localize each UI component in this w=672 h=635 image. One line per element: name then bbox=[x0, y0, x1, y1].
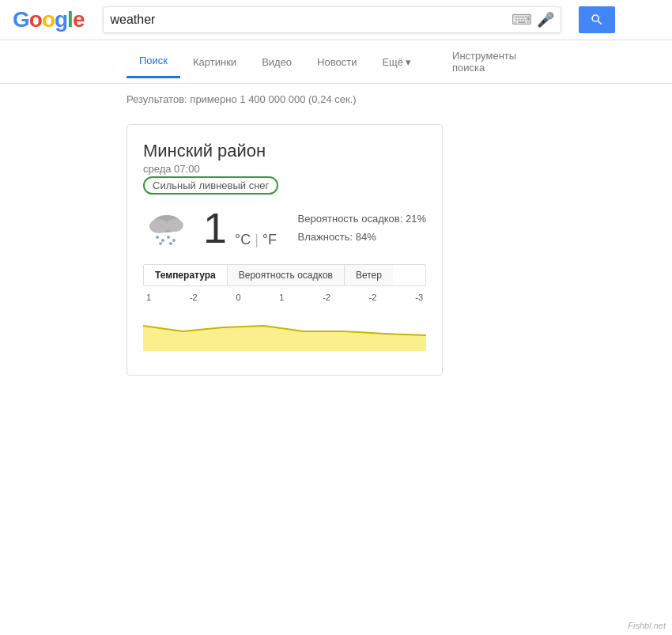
weather-condition: Сильный ливневый снег bbox=[143, 176, 278, 195]
temperature-chart bbox=[143, 304, 426, 359]
nav-more[interactable]: Ещё ▾ bbox=[369, 47, 424, 77]
temperature-display: 1 °C | °F bbox=[203, 206, 277, 249]
temp-separator: | bbox=[255, 232, 262, 248]
weather-datetime: среда 07:00 bbox=[143, 163, 426, 175]
chart-label-4: -2 bbox=[323, 293, 330, 302]
precipitation-info: Вероятность осадков: 21% bbox=[298, 210, 426, 228]
chart-svg bbox=[143, 304, 426, 351]
chart-tab-temperature[interactable]: Температура bbox=[144, 265, 228, 285]
chart-label-2: 0 bbox=[236, 293, 240, 302]
chart-tab-wind[interactable]: Ветер bbox=[345, 265, 393, 285]
temp-fahrenheit[interactable]: °F bbox=[262, 232, 277, 248]
chart-label-5: -2 bbox=[369, 293, 377, 302]
chart-label-1: -2 bbox=[190, 293, 198, 302]
precipitation-value: 21% bbox=[406, 213, 426, 225]
chart-label-6: -3 bbox=[415, 293, 423, 302]
svg-marker-9 bbox=[143, 326, 426, 351]
search-button[interactable] bbox=[579, 6, 615, 33]
temperature-value: 1 bbox=[203, 204, 227, 251]
search-icon bbox=[590, 13, 604, 27]
chevron-down-icon: ▾ bbox=[406, 56, 411, 68]
keyboard-icon: ⌨ bbox=[512, 11, 532, 28]
weather-location: Минский район bbox=[143, 141, 426, 161]
mic-icon[interactable]: 🎤 bbox=[537, 11, 554, 28]
humidity-value: 84% bbox=[356, 231, 376, 243]
header: Google ⌨ 🎤 bbox=[0, 0, 672, 40]
svg-point-5 bbox=[167, 236, 170, 239]
chart-tab-precipitation[interactable]: Вероятность осадков bbox=[228, 265, 345, 285]
watermark: Fishbl.net bbox=[628, 621, 666, 630]
temp-units: °C | °F bbox=[235, 232, 277, 248]
tab-images[interactable]: Картинки bbox=[180, 47, 249, 77]
tab-news[interactable]: Новости bbox=[304, 47, 369, 77]
chart-label-3: 1 bbox=[279, 293, 284, 302]
results-info: Результатов: примерно 1 400 000 000 (0,2… bbox=[0, 87, 672, 112]
svg-point-2 bbox=[166, 219, 183, 232]
weather-main: 1 °C | °F Вероятность осадков: 21% Влажн… bbox=[143, 204, 426, 251]
chart-tabs: Температура Вероятность осадков Ветер bbox=[143, 264, 426, 286]
nav-tabs: Поиск Картинки Видео Новости Ещё ▾ Инстр… bbox=[0, 40, 672, 84]
temp-celsius[interactable]: °C bbox=[235, 232, 251, 248]
humidity-label: Влажность: bbox=[298, 231, 353, 243]
google-logo[interactable]: Google bbox=[13, 7, 84, 32]
svg-point-8 bbox=[169, 242, 172, 245]
chart-label-0: 1 bbox=[146, 293, 151, 302]
tab-search[interactable]: Поиск bbox=[126, 45, 180, 78]
svg-point-1 bbox=[149, 219, 168, 233]
weather-card: Минский район среда 07:00 Сильный ливнев… bbox=[126, 124, 443, 376]
search-bar: ⌨ 🎤 bbox=[103, 6, 561, 33]
svg-point-3 bbox=[156, 236, 159, 239]
precipitation-label: Вероятность осадков: bbox=[298, 213, 403, 225]
nav-more-label: Ещё bbox=[382, 56, 403, 68]
weather-icon bbox=[143, 204, 191, 251]
weather-details: Вероятность осадков: 21% Влажность: 84% bbox=[298, 210, 426, 247]
search-input[interactable] bbox=[110, 13, 507, 27]
svg-point-7 bbox=[159, 242, 162, 245]
tab-video[interactable]: Видео bbox=[249, 47, 304, 77]
humidity-info: Влажность: 84% bbox=[298, 228, 426, 246]
svg-point-6 bbox=[172, 239, 176, 242]
svg-point-4 bbox=[161, 239, 164, 242]
nav-tools[interactable]: Инструменты поиска bbox=[440, 40, 546, 83]
chart-labels: 1 -2 0 1 -2 -2 -3 bbox=[143, 293, 426, 302]
